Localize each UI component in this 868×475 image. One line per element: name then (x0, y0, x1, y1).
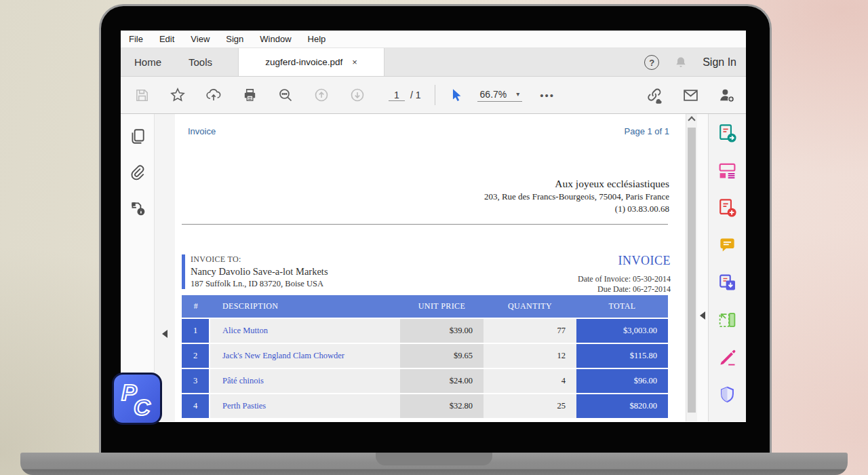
row-total: $3,003.00 (576, 319, 668, 343)
next-page-icon[interactable] (347, 85, 368, 105)
zoom-level-value: 66.7% (480, 89, 507, 100)
pdf-page: Invoice Page 1 of 1 Aux joyeux ecclésias… (175, 114, 686, 421)
invoice-dates: Date of Invoice: 05-30-2014 Due Date: 06… (578, 274, 671, 294)
row-total: $820.00 (576, 394, 668, 418)
header-divider-rule (182, 224, 668, 225)
page-thumbnails-icon[interactable] (129, 128, 146, 145)
menu-window[interactable]: Window (260, 34, 291, 44)
pdf-page-count: Page 1 of 1 (625, 126, 670, 136)
standards-icon[interactable] (129, 200, 146, 217)
tools-panel (708, 114, 746, 421)
main-area: Invoice Page 1 of 1 Aux joyeux ecclésias… (121, 114, 746, 421)
table-row: 3 Pâté chinois $24.00 4 $96.00 (182, 369, 668, 393)
pc-watermark-logo: P C (112, 373, 162, 425)
bill-to-address: 187 Suffolk Ln., ID 83720, Boise USA (191, 279, 328, 289)
menu-edit[interactable]: Edit (159, 34, 174, 44)
row-description-link[interactable]: Perth Pasties (210, 394, 400, 418)
row-unit-price: $24.00 (400, 369, 484, 393)
tab-tools[interactable]: Tools (175, 48, 226, 76)
svg-text:C: C (134, 394, 151, 420)
seller-phone: (1) 03.83.00.68 (484, 204, 669, 214)
scan-ocr-icon[interactable] (717, 310, 737, 330)
tab-home[interactable]: Home (121, 48, 175, 76)
tab-document[interactable]: zugferd-invoice.pdf × (238, 48, 384, 76)
invoice-title: INVOICE (618, 254, 671, 268)
print-icon[interactable] (239, 85, 260, 105)
tab-bar: Home Tools zugferd-invoice.pdf × ? Sign … (121, 48, 746, 77)
menu-view[interactable]: View (191, 34, 210, 44)
export-pdf-icon[interactable] (717, 124, 737, 143)
bill-to-accent-bar (182, 254, 185, 289)
zoom-level-select[interactable]: 66.7% ▾ (477, 89, 523, 102)
previous-page-icon[interactable] (311, 85, 332, 105)
fill-sign-icon[interactable] (717, 347, 737, 367)
organize-pages-icon[interactable] (717, 161, 737, 180)
row-quantity: 25 (484, 394, 576, 418)
page-total-label: / 1 (410, 90, 421, 100)
sign-in-button[interactable]: Sign In (703, 56, 736, 69)
chevron-down-icon: ▾ (516, 90, 519, 98)
right-panel-collapse-strip (697, 114, 708, 421)
create-pdf-icon[interactable] (717, 198, 737, 218)
search-zoom-icon[interactable] (275, 85, 296, 105)
row-description-link[interactable]: Jack's New England Clam Chowder (210, 344, 400, 368)
table-header-row: # DESCRIPTION UNIT PRICE QUANTITY TOTAL (182, 295, 668, 318)
scroll-up-icon[interactable] (688, 116, 695, 124)
pdf-app-window: File Edit View Sign Window Help Home Too… (121, 31, 746, 422)
collapse-right-panel-icon[interactable] (700, 311, 705, 320)
menu-sign[interactable]: Sign (226, 34, 243, 44)
pdf-running-header: Invoice (188, 126, 216, 136)
row-quantity: 4 (484, 369, 576, 393)
add-account-icon[interactable] (716, 85, 736, 105)
protect-icon[interactable] (717, 385, 737, 404)
star-favorite-icon[interactable] (167, 85, 188, 105)
col-total-header: TOTAL (576, 295, 668, 318)
bill-to-name: Nancy Davolio Save-a-lot Markets (191, 266, 328, 278)
document-tab-label: zugferd-invoice.pdf (265, 57, 342, 67)
invoice-table: # DESCRIPTION UNIT PRICE QUANTITY TOTAL … (182, 295, 668, 419)
vertical-scrollbar[interactable] (686, 114, 697, 421)
share-link-icon[interactable] (644, 85, 665, 105)
row-total: $96.00 (576, 369, 668, 393)
more-tools-icon[interactable]: ••• (540, 90, 555, 101)
col-description-header: DESCRIPTION (210, 295, 400, 318)
menu-bar: File Edit View Sign Window Help (121, 31, 746, 48)
col-quantity-header: QUANTITY (484, 295, 576, 318)
row-quantity: 12 (484, 344, 576, 368)
row-number: 3 (182, 369, 210, 393)
table-row: 4 Perth Pasties $32.80 25 $820.00 (182, 394, 668, 418)
toolbar: 1 / 1 66.7% ▾ ••• (121, 77, 746, 114)
tabbar-right-group: ? Sign In (644, 48, 736, 77)
combine-files-icon[interactable] (717, 273, 737, 292)
row-total: $115.80 (576, 344, 668, 368)
row-description-link[interactable]: Pâté chinois (210, 369, 400, 393)
laptop-base (20, 453, 848, 475)
save-icon[interactable] (132, 85, 152, 105)
email-icon[interactable] (680, 85, 701, 105)
row-number: 2 (182, 344, 210, 368)
comment-icon[interactable] (717, 235, 737, 255)
row-number: 1 (182, 319, 210, 343)
attachments-icon[interactable] (129, 164, 146, 181)
date-of-invoice: Date of Invoice: 05-30-2014 (578, 274, 671, 284)
row-quantity: 77 (484, 319, 576, 343)
seller-name: Aux joyeux ecclésiastiques (484, 178, 669, 190)
notifications-bell-icon[interactable] (674, 56, 688, 69)
row-unit-price: $32.80 (400, 394, 484, 418)
toolbar-divider (435, 85, 435, 105)
page-number-input[interactable]: 1 (389, 90, 405, 101)
bill-to-label: INVOICE TO: (191, 254, 328, 265)
table-row: 1 Alice Mutton $39.00 77 $3,003.00 (182, 319, 668, 343)
share-upload-icon[interactable] (203, 85, 224, 105)
collapse-left-panel-icon[interactable] (162, 330, 167, 338)
select-cursor-icon[interactable] (446, 85, 467, 105)
menu-file[interactable]: File (129, 34, 143, 44)
seller-address-block: Aux joyeux ecclésiastiques 203, Rue des … (484, 178, 669, 214)
help-icon[interactable]: ? (644, 55, 659, 70)
due-date: Due Date: 06-27-2014 (578, 284, 671, 294)
close-tab-icon[interactable]: × (352, 57, 357, 67)
row-description-link[interactable]: Alice Mutton (210, 319, 400, 343)
scrollbar-thumb[interactable] (688, 128, 696, 413)
table-row: 2 Jack's New England Clam Chowder $9.65 … (182, 344, 668, 368)
menu-help[interactable]: Help (308, 34, 326, 44)
